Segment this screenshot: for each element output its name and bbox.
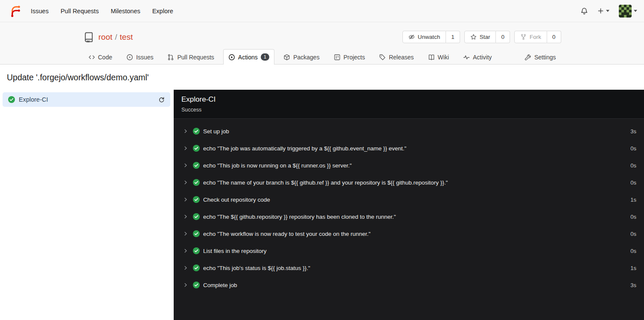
step-success-icon [193,282,200,288]
fork-button[interactable]: Fork [514,31,547,43]
chevron-right-icon[interactable] [183,146,188,151]
step-name: List files in the repository [203,248,267,254]
create-new-button[interactable] [597,8,609,14]
pulse-icon [463,54,470,61]
nav-milestones[interactable]: Milestones [105,4,146,18]
chevron-right-icon[interactable] [183,129,188,134]
chevron-down-icon [606,10,609,12]
nav-explore[interactable]: Explore [146,4,179,18]
step-name: echo "This job's status is ${{ job.statu… [203,265,310,271]
forgejo-logo-icon[interactable] [9,5,21,18]
chevron-right-icon[interactable] [183,214,188,219]
rerun-job-icon[interactable] [158,97,165,103]
user-menu[interactable] [619,5,637,18]
step-name: echo "The workflow is now ready to test … [203,231,370,237]
step-row[interactable]: echo "The job was automatically triggere… [174,140,644,157]
step-duration: 0s [625,214,636,220]
eye-slash-icon [408,34,415,40]
step-row[interactable]: echo "The name of your branch is ${{ git… [174,174,644,191]
repo-name-link[interactable]: test [120,32,133,42]
forgejo-actions-page: Issues Pull Requests Milestones Explore [0,0,644,320]
chevron-right-icon[interactable] [183,197,188,202]
tab-pull-requests[interactable]: Pull Requests [162,50,219,65]
chevron-right-icon[interactable] [183,231,188,236]
job-log-header: Explore-CI Success [174,90,644,119]
step-row[interactable]: Complete job3s [174,276,644,294]
step-row[interactable]: echo "This job's status is ${{ job.statu… [174,259,644,276]
plus-icon [597,8,604,14]
nav-issues[interactable]: Issues [25,4,55,18]
star-button[interactable]: Star [464,31,496,43]
tab-projects[interactable]: Projects [329,50,370,65]
step-row[interactable]: echo "The ${{ github.repository }} repos… [174,208,644,225]
star-icon [470,34,477,40]
step-success-icon [193,179,200,186]
repo-owner-link[interactable]: root [99,32,113,42]
tab-label: Packages [293,54,319,61]
chevron-right-icon[interactable] [183,265,188,270]
tab-label: Settings [534,54,556,61]
avatar [619,5,632,18]
tab-actions[interactable]: Actions 1 [223,49,274,65]
watch-button-group: Unwatch 1 [402,31,460,43]
breadcrumb-separator: / [115,32,117,42]
stars-count[interactable]: 0 [496,31,510,43]
step-success-icon [193,213,200,220]
tab-label: Wiki [438,54,449,61]
tab-activity[interactable]: Activity [458,50,497,65]
fork-icon [520,34,527,40]
tab-label: Issues [136,54,153,61]
unwatch-button[interactable]: Unwatch [402,31,446,43]
issue-icon [126,54,133,61]
tag-icon [379,54,386,61]
step-success-icon [193,128,200,135]
step-duration: 1s [625,197,636,203]
repo-breadcrumb: root / test [99,32,133,42]
step-row[interactable]: echo "The workflow is now ready to test … [174,225,644,242]
tab-label: Code [98,54,112,61]
project-board-icon [334,54,341,61]
tab-label: Activity [473,54,492,61]
step-name: echo "The ${{ github.repository }} repos… [203,214,396,220]
tab-packages[interactable]: Packages [278,50,324,65]
tab-code[interactable]: Code [83,50,117,65]
step-name: Check out repository code [203,197,270,203]
step-success-icon [193,196,200,203]
nav-pull-requests[interactable]: Pull Requests [55,4,105,18]
step-row[interactable]: echo "This job is now running on a ${{ r… [174,157,644,174]
star-label: Star [480,34,490,40]
repo-icon [83,32,94,43]
chevron-right-icon[interactable] [183,282,188,288]
tab-label: Pull Requests [177,54,214,61]
step-success-icon [193,264,200,271]
tab-issues[interactable]: Issues [121,50,158,65]
step-duration: 1s [625,265,636,271]
tab-settings[interactable]: Settings [519,50,561,65]
repo-header: root / test [0,22,644,65]
chevron-right-icon[interactable] [183,248,188,253]
notifications-bell-icon[interactable] [580,7,588,15]
tab-label: Releases [389,54,414,61]
step-row[interactable]: List files in the repository0s [174,242,644,259]
chevron-right-icon[interactable] [183,163,188,168]
step-row[interactable]: Set up job3s [174,123,644,140]
chevron-down-icon [634,10,637,12]
watchers-count[interactable]: 1 [446,31,460,43]
step-duration: 0s [625,231,636,237]
chevron-right-icon[interactable] [183,180,188,185]
step-success-icon [193,145,200,152]
tab-releases[interactable]: Releases [374,50,419,65]
step-name: echo "The name of your branch is ${{ git… [203,179,448,186]
repo-action-buttons: Unwatch 1 Star 0 [402,31,561,43]
navbar-right [580,5,637,18]
top-navbar: Issues Pull Requests Milestones Explore [0,0,644,22]
step-row[interactable]: Check out repository code1s [174,191,644,208]
step-duration: 3s [625,128,636,135]
job-item-explore-ci[interactable]: Explore-CI [3,92,170,107]
step-duration: 0s [625,248,636,254]
tab-wiki[interactable]: Wiki [423,50,454,65]
fork-button-group: Fork 0 [514,31,561,43]
forks-count[interactable]: 0 [547,31,561,43]
play-circle-icon [228,54,235,61]
unwatch-label: Unwatch [418,34,440,40]
